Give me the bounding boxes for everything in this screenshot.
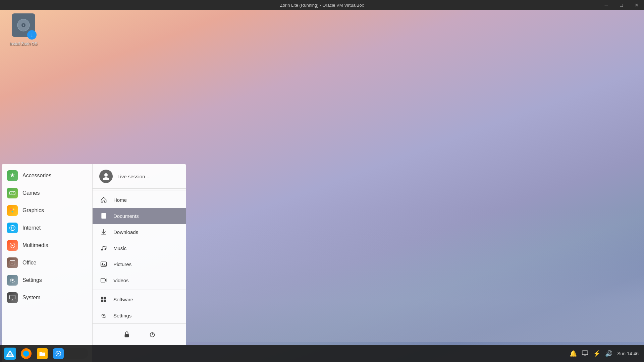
right-action-item-settings[interactable]: Settings — [93, 307, 186, 323]
svg-rect-32 — [104, 297, 106, 299]
menu-item-internet[interactable]: Internet — [2, 219, 92, 237]
right-action-label-software: Software — [113, 297, 133, 302]
svg-point-27 — [105, 248, 106, 250]
svg-point-26 — [101, 249, 103, 251]
right-menu-item-music[interactable]: Music — [93, 240, 186, 256]
svg-point-19 — [104, 173, 108, 177]
svg-point-7 — [14, 193, 14, 194]
right-item-icon-downloads — [99, 228, 108, 236]
menu-item-icon-internet — [7, 223, 18, 233]
titlebar: Zorin Lite (Running) - Oracle VM Virtual… — [0, 0, 644, 10]
right-item-icon-music — [99, 244, 108, 252]
menu-item-settings[interactable]: Settings — [2, 272, 92, 289]
volume-icon[interactable]: 🔊 — [605, 350, 612, 357]
power-button[interactable] — [146, 328, 158, 341]
svg-rect-34 — [104, 300, 106, 302]
svg-rect-39 — [4, 348, 16, 360]
right-item-label-videos: Videos — [113, 278, 129, 283]
left-menu: AccessoriesGamesGraphicsInternetMultimed… — [2, 164, 92, 345]
close-button[interactable]: ✕ — [629, 0, 644, 10]
svg-rect-43 — [582, 351, 588, 355]
menu-item-icon-system — [7, 292, 18, 303]
right-places: HomeDocumentsDownloadsMusicPicturesVideo… — [93, 192, 186, 288]
menu-item-icon-accessories — [7, 170, 18, 181]
svg-point-6 — [13, 192, 14, 193]
menu-item-label-office: Office — [22, 260, 37, 266]
svg-point-2 — [23, 24, 24, 26]
right-menu-item-pictures[interactable]: Pictures — [93, 256, 186, 272]
menu-item-multimedia[interactable]: Multimedia — [2, 237, 92, 254]
menu-item-icon-games — [7, 188, 18, 198]
lock-button[interactable] — [121, 328, 133, 341]
taskbar-zorin-menu[interactable] — [3, 346, 17, 361]
svg-rect-31 — [101, 297, 104, 299]
svg-point-20 — [103, 177, 109, 180]
menu-item-label-system: System — [22, 295, 40, 301]
svg-rect-36 — [124, 334, 129, 337]
user-area[interactable]: Live session ... — [93, 164, 186, 189]
taskbar-software-center[interactable] — [51, 346, 66, 361]
software-svg-icon — [55, 350, 62, 357]
right-item-label-home: Home — [113, 197, 127, 203]
install-icon-bg — [12, 13, 35, 37]
right-item-label-pictures: Pictures — [113, 261, 131, 267]
menu-item-icon-settings — [7, 275, 18, 286]
menu-item-accessories[interactable]: Accessories — [2, 167, 92, 184]
menu-item-label-settings: Settings — [22, 277, 42, 283]
menu-item-label-games: Games — [22, 190, 40, 196]
user-name-label: Live session ... — [117, 174, 151, 179]
files-icon — [37, 348, 48, 359]
right-action-label-settings: Settings — [113, 313, 131, 318]
desktop-icons-area: Install Zorin OS — [7, 13, 40, 46]
svg-point-10 — [12, 211, 13, 213]
clock: Sun 14:46 — [617, 351, 639, 356]
taskbar-left — [3, 346, 66, 361]
svg-rect-30 — [101, 278, 105, 282]
menu-item-icon-multimedia — [7, 240, 18, 251]
restore-button[interactable]: □ — [614, 0, 629, 10]
right-menu-item-documents[interactable]: Documents — [93, 208, 186, 224]
folder-svg-icon — [39, 350, 46, 357]
battery-icon[interactable]: ⚡ — [593, 350, 600, 357]
right-action-item-software[interactable]: Software — [93, 291, 186, 307]
menu-item-label-accessories: Accessories — [22, 173, 51, 179]
display-icon[interactable] — [582, 350, 588, 358]
divider-2 — [93, 290, 186, 290]
menu-item-system[interactable]: System — [2, 289, 92, 306]
software-center-icon — [53, 348, 64, 359]
power-icon — [149, 331, 156, 338]
menu-item-office[interactable]: Office — [2, 254, 92, 272]
zorin-logo-icon — [4, 348, 16, 360]
menu-item-graphics[interactable]: Graphics — [2, 202, 92, 219]
taskbar-files[interactable] — [35, 346, 50, 361]
right-actions: SoftwareSettings — [93, 291, 186, 323]
lock-icon — [123, 331, 130, 338]
right-item-label-documents: Documents — [113, 213, 139, 219]
right-item-label-music: Music — [113, 245, 126, 251]
menu-item-icon-graphics — [7, 205, 18, 216]
right-menu-item-videos[interactable]: Videos — [93, 272, 186, 288]
menu-item-games[interactable]: Games — [2, 184, 92, 202]
titlebar-controls: ─ □ ✕ — [599, 0, 644, 10]
right-item-icon-videos — [99, 276, 108, 285]
taskbar: 🔔 ⚡ 🔊 Sun 14:46 — [0, 345, 644, 362]
minimize-button[interactable]: ─ — [599, 0, 614, 10]
right-item-icon-pictures — [99, 260, 108, 268]
right-menu-item-home[interactable]: Home — [93, 192, 186, 208]
svg-rect-33 — [101, 300, 104, 302]
svg-point-8 — [10, 208, 12, 210]
right-item-icon-documents — [99, 212, 108, 220]
display-svg-icon — [582, 350, 588, 356]
taskbar-firefox[interactable] — [19, 346, 34, 361]
svg-rect-16 — [10, 295, 15, 299]
install-zorin-icon[interactable]: Install Zorin OS — [7, 13, 40, 46]
right-menu-item-downloads[interactable]: Downloads — [93, 224, 186, 240]
taskbar-right: 🔔 ⚡ 🔊 Sun 14:46 — [570, 350, 641, 358]
svg-rect-12 — [10, 260, 15, 265]
svg-point-9 — [13, 208, 14, 210]
right-item-icon-home — [99, 195, 108, 204]
notification-icon[interactable]: 🔔 — [570, 350, 577, 357]
right-action-icon-software — [99, 295, 108, 304]
menu-item-label-graphics: Graphics — [22, 207, 44, 214]
right-item-label-downloads: Downloads — [113, 229, 138, 235]
